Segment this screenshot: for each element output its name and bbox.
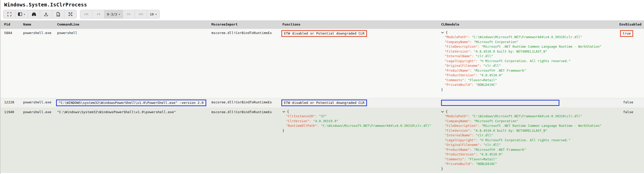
json-key: "Comments": — [445, 78, 468, 82]
caret-down-icon: ▾ — [24, 13, 25, 16]
table-row: 11940powershell.exe"C:\Windows\System32\… — [1, 108, 644, 173]
column-header-name[interactable]: Name — [20, 20, 53, 29]
double-left-icon — [96, 13, 100, 16]
pagination-group: 0-3/3 ▾ 10 ▾ — [80, 10, 160, 19]
next-page-button[interactable] — [123, 10, 135, 18]
cell-pid: 5884 — [1, 29, 20, 98]
expand-arrows-button[interactable] — [64, 10, 76, 18]
cell-mscoreeimport: mscoree.dll!CorBindToRuntimeEx — [208, 108, 279, 173]
last-page-button[interactable] — [135, 10, 147, 18]
json-value: "clr.dll" — [476, 133, 493, 137]
collapse-icon[interactable] — [282, 109, 285, 114]
json-key: "LegalCopyright": — [445, 59, 479, 63]
prev-page-button[interactable] — [92, 10, 104, 18]
caret-down-icon: ▾ — [119, 13, 120, 16]
json-value: "DDBLD410C" — [476, 162, 497, 166]
cell-functions: ETW disabled or Potential downgraded CLR — [279, 98, 437, 108]
json-value: "Microsoft Corporation" — [474, 40, 518, 44]
json-key: "InternalName": — [445, 133, 476, 137]
json-viewer: {"ModulePath": "C:\Windows\Microsoft.NET… — [441, 30, 599, 92]
binoculars-icon — [32, 12, 36, 16]
json-key: "CompanyName": — [445, 40, 474, 44]
json-key: "LegalCopyright": — [445, 138, 479, 142]
json-value: "4.8.4510.0" — [479, 73, 503, 77]
column-header-functions[interactable]: Functions — [279, 20, 437, 29]
json-entry: "Comments": "Flavor=Retail" — [441, 157, 599, 162]
json-entry: "InternalName": "clr.dll" — [441, 133, 599, 138]
column-header-commandline[interactable]: CommandLine — [53, 20, 208, 29]
table-row: 5884powershell.exepowershellmscoree.dll!… — [1, 29, 644, 98]
cell-envdisabled: true — [600, 29, 644, 98]
json-value: "4.8.4510.0 built by: NET48REL1LAST_B" — [474, 49, 547, 53]
json-value: "C:\Windows\Microsoft.NET\Framework64\v4… — [472, 114, 582, 118]
json-entry: "ProductVersion": "4.8.4510.0" — [441, 152, 599, 157]
fullscreen-button[interactable] — [3, 10, 15, 18]
json-key: "ModulePath": — [445, 35, 472, 39]
cell-envdisabled: false — [600, 98, 644, 108]
collapse-icon[interactable] — [441, 30, 444, 35]
json-key: "OriginalFilename": — [445, 143, 484, 147]
json-value: "Flavor=Retail" — [468, 78, 497, 82]
json-entry: "OriginalFilename": "clr.dll" — [441, 63, 599, 68]
json-key: "ProductVersion": — [445, 152, 479, 156]
column-header-clrmodule[interactable]: CLRmodule — [437, 20, 600, 29]
json-value: "DDBLD410C" — [476, 83, 497, 87]
json-key: "PrivateBuild": — [445, 162, 476, 166]
json-key: "ClrVersion": — [286, 119, 313, 123]
json-entry: "ProductName": "Microsoft® .NET Framewor… — [441, 68, 599, 73]
table-header-row: PidNameCommandLineMscoreeImportFunctions… — [1, 20, 644, 29]
column-header-envdisabled[interactable]: EnvDisabled — [600, 20, 644, 29]
json-entry: "OriginalFilename": "clr.dll" — [441, 143, 599, 147]
json-entry: "CompanyName": "Microsoft Corporation" — [441, 119, 599, 124]
json-value: "Microsoft .NET Runtime Common Language … — [481, 45, 602, 48]
page-title: Windows.System.IsClrProcess — [1, 0, 644, 7]
collapse-icon[interactable] — [441, 109, 444, 114]
json-value: "C:\Windows\Microsoft.NET\Framework64\v4… — [472, 35, 582, 39]
page-range-dropdown[interactable]: 0-3/3 ▾ — [104, 10, 123, 18]
json-key: "ClrInstanceID": — [286, 114, 319, 118]
json-key: "RuntimeDllPath": — [286, 124, 321, 128]
cell-functions: ETW disabled or Potential downgraded CLR — [279, 29, 437, 98]
json-value: "Microsoft® .NET Framework" — [474, 148, 526, 152]
json-value: "© Microsoft Corporation. All rights res… — [479, 59, 570, 63]
json-value: "4.8.4510.0 built by: NET48REL1LAST_B" — [474, 129, 547, 132]
json-entry: "PrivateBuild": "DDBLD410C" — [441, 162, 599, 167]
cell-commandline: "C:\WINDOWS\system32\WindowsPowerShell\v… — [53, 98, 208, 108]
json-key: "ProductName": — [445, 69, 474, 72]
json-entry: "RuntimeDllPath": "C:\Windows\Microsoft.… — [282, 123, 436, 128]
cell-envdisabled: false — [600, 108, 644, 173]
column-header-pid[interactable]: Pid — [1, 20, 20, 29]
cell-clrmodule — [437, 98, 600, 108]
json-value: "4.8.4510.0" — [479, 152, 503, 156]
json-entry: "PrivateBuild": "DDBLD410C" — [441, 82, 599, 87]
page-size-dropdown[interactable]: 10 ▾ — [147, 10, 159, 18]
skip-start-icon — [84, 13, 88, 16]
json-key: "FileDescription": — [445, 45, 481, 48]
csv-file-icon: CSV — [56, 12, 60, 16]
commandline-highlight-box: "C:\WINDOWS\system32\WindowsPowerShell\v… — [56, 100, 206, 106]
json-key: "ProductName": — [445, 148, 474, 152]
page-range-label: 0-3/3 — [107, 12, 117, 16]
skip-end-icon — [139, 13, 143, 16]
table-row: 12228powershell.exe"C:\WINDOWS\system32\… — [1, 98, 644, 108]
json-value: "37" — [319, 114, 327, 118]
json-entry: "ProductVersion": "4.8.4510.0" — [441, 73, 599, 78]
json-entry: "ModulePath": "C:\Windows\Microsoft.NET\… — [441, 114, 599, 119]
json-key: "FileDescription": — [445, 124, 481, 128]
cell-name: powershell.exe — [20, 108, 53, 173]
json-entry: "FileDescription": "Microsoft .NET Runti… — [441, 123, 599, 128]
json-key: "OriginalFilename": — [445, 64, 484, 68]
search-button[interactable] — [28, 10, 40, 18]
first-page-button[interactable] — [80, 10, 92, 18]
json-entry: "ClrVersion": "4.0.30319.0" — [282, 119, 436, 124]
json-value: "clr.dll" — [484, 143, 501, 147]
json-entry: "CompanyName": "Microsoft Corporation" — [441, 40, 599, 45]
json-open-line: { — [441, 30, 599, 35]
json-value: "Flavor=Retail" — [468, 157, 497, 161]
json-close-line: } — [441, 167, 599, 171]
export-csv-button[interactable]: CSV — [52, 10, 64, 18]
column-header-mscoreeimport[interactable]: MscoreeImport — [208, 20, 279, 29]
page-size-label: 10 — [150, 12, 154, 16]
download-button[interactable] — [40, 10, 52, 18]
columns-button[interactable]: ▾ — [15, 10, 28, 18]
